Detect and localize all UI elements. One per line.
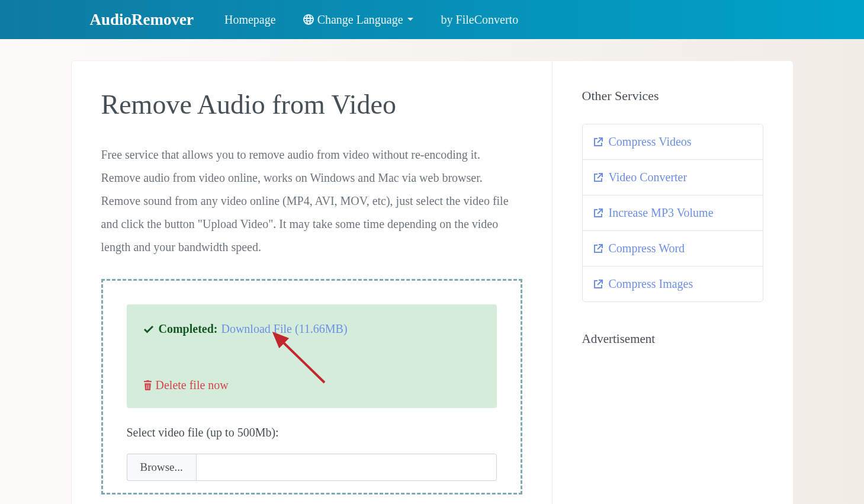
service-link-compress-videos[interactable]: Compress Videos xyxy=(583,124,763,160)
annotation-arrow xyxy=(272,332,338,391)
check-icon xyxy=(143,325,154,333)
globe-icon xyxy=(303,14,314,25)
service-link-increase-mp3-volume[interactable]: Increase MP3 Volume xyxy=(583,195,763,231)
delete-file-label: Delete file now xyxy=(156,378,229,392)
completed-line: Completed: Download File (11.66MB) xyxy=(143,322,480,336)
external-link-icon xyxy=(593,244,603,253)
caret-down-icon xyxy=(407,17,414,22)
external-link-icon xyxy=(593,208,603,218)
download-file-link[interactable]: Download File (11.66MB) xyxy=(221,322,347,336)
delete-file-link[interactable]: Delete file now xyxy=(143,378,229,392)
external-link-icon xyxy=(593,137,603,147)
success-alert: Completed: Download File (11.66MB) Delet… xyxy=(127,304,497,408)
browse-button[interactable]: Browse... xyxy=(127,454,196,481)
sidebar-heading: Other Services xyxy=(582,88,763,104)
upload-dropzone: Completed: Download File (11.66MB) Delet… xyxy=(101,279,522,495)
external-link-icon xyxy=(593,173,603,182)
page-title: Remove Audio from Video xyxy=(101,88,522,121)
trash-icon xyxy=(143,380,152,390)
select-video-label: Select video file (up to 500Mb): xyxy=(127,426,497,439)
service-link-compress-images[interactable]: Compress Images xyxy=(583,267,763,301)
service-label: Compress Videos xyxy=(609,135,692,149)
nav-change-language-label: Change Language xyxy=(317,13,403,27)
completed-label: Completed: xyxy=(159,322,218,336)
navbar: AudioRemover Homepage Change Language by… xyxy=(0,0,864,39)
brand-logo[interactable]: AudioRemover xyxy=(90,11,194,29)
file-path-field[interactable] xyxy=(196,454,497,481)
navbar-inner: AudioRemover Homepage Change Language by… xyxy=(47,11,817,29)
advertisement-heading: Advertisement xyxy=(582,332,763,346)
nav-by-fileconverto[interactable]: by FileConverto xyxy=(441,13,519,27)
service-label: Increase MP3 Volume xyxy=(609,206,714,220)
nav-homepage[interactable]: Homepage xyxy=(224,13,276,27)
service-label: Compress Images xyxy=(609,277,693,291)
page-description: Free service that allows you to remove a… xyxy=(101,143,522,259)
service-link-video-converter[interactable]: Video Converter xyxy=(583,160,763,195)
external-link-icon xyxy=(593,280,603,289)
nav-change-language[interactable]: Change Language xyxy=(300,13,417,27)
service-label: Video Converter xyxy=(609,171,688,184)
sidebar-column: Other Services Compress Videos Video Con… xyxy=(553,61,793,504)
service-label: Compress Word xyxy=(609,242,685,255)
file-input-row: Browse... xyxy=(127,454,497,481)
service-link-compress-word[interactable]: Compress Word xyxy=(583,231,763,267)
main-column: Remove Audio from Video Free service tha… xyxy=(72,61,553,504)
other-services-list: Compress Videos Video Converter Increase… xyxy=(582,124,763,302)
content-card: Remove Audio from Video Free service tha… xyxy=(71,60,794,504)
svg-line-0 xyxy=(281,340,325,383)
